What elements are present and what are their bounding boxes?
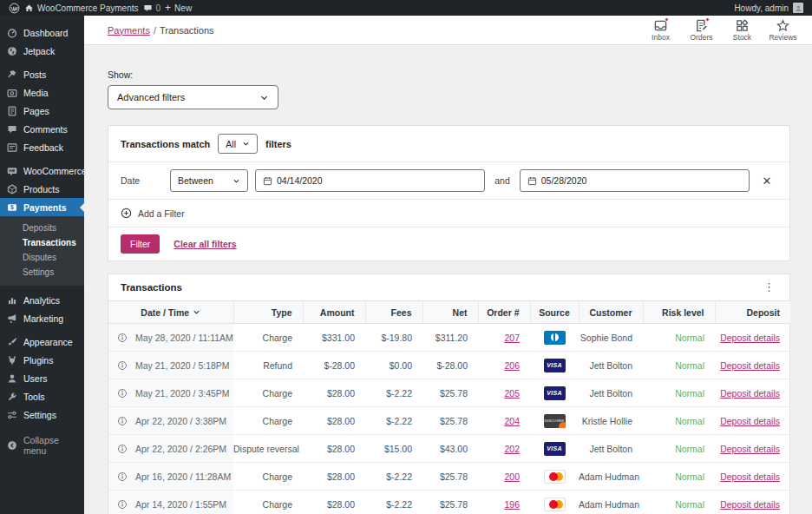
remove-filter-button[interactable]: ✕ <box>756 175 777 187</box>
orders-button[interactable]: Orders <box>681 18 722 42</box>
sidebar-item-woocommerce[interactable]: WooCommerce <box>0 161 84 180</box>
transaction-date: Apr 22, 2020 / 2:26PM <box>135 444 226 454</box>
sidebar-item-label: WooCommerce <box>23 166 87 176</box>
date-filter-row: Date Between and ✕ <box>108 162 789 200</box>
column-header-date-time[interactable]: Date / Time <box>108 301 233 324</box>
column-label: Date / Time <box>141 307 189 318</box>
wordpress-logo-icon[interactable] <box>9 3 20 14</box>
deposit-details-link[interactable]: Deposit details <box>720 388 780 399</box>
date-to-input[interactable] <box>541 175 742 186</box>
sidebar-item-comments[interactable]: Comments <box>0 120 84 138</box>
transaction-date: Apr 14, 2020 / 1:55PM <box>135 499 226 510</box>
sidebar-item-settings[interactable]: Settings <box>0 405 84 424</box>
transaction-amount: $28.00 <box>303 407 365 435</box>
sidebar-item-label: Marketing <box>23 313 63 324</box>
info-icon[interactable] <box>117 333 128 343</box>
inbox-button[interactable]: Inbox <box>640 18 681 42</box>
add-filter-label: Add a Filter <box>138 208 185 219</box>
table-row: Apr 14, 2020 / 1:55PM Charge $28.00 $-2.… <box>108 491 790 514</box>
stock-button[interactable]: Stock <box>722 18 763 42</box>
plug-icon <box>7 355 17 366</box>
table-row: May 28, 2020 / 11:11AM Charge $331.00 $-… <box>108 324 790 352</box>
order-link[interactable]: 205 <box>504 388 520 399</box>
sidebar-item-analytics[interactable]: Analytics <box>0 291 84 309</box>
transaction-amount: $28.00 <box>303 463 365 491</box>
info-icon[interactable] <box>117 444 128 454</box>
show-filter-select[interactable]: Advanced filters <box>108 85 278 109</box>
sidebar-item-pages[interactable]: Pages <box>0 102 84 120</box>
deposit-details-link[interactable]: Deposit details <box>720 333 780 343</box>
risk-level: Normal <box>675 471 704 482</box>
column-header-source: Source <box>530 301 579 324</box>
sidebar-item-tools[interactable]: Tools <box>0 387 84 405</box>
site-menu-item[interactable]: WooCommerce Payments <box>24 3 139 13</box>
sidebar-item-feedback[interactable]: Feedback <box>0 138 84 156</box>
sidebar-item-plugins[interactable]: Plugins <box>0 351 84 369</box>
breadcrumb-separator: / <box>154 25 156 36</box>
sidebar-item-jetpack[interactable]: Jetpack <box>0 42 84 60</box>
submenu-item-disputes[interactable]: Disputes <box>0 250 84 265</box>
breadcrumb-payments-link[interactable]: Payments <box>108 25 150 36</box>
transaction-customer: Jett Bolton <box>579 352 643 379</box>
match-value: All <box>226 139 236 149</box>
match-select[interactable]: All <box>218 134 258 154</box>
table-row: Apr 22, 2020 / 3:38PM Charge $28.00 $-2.… <box>108 407 790 435</box>
sidebar-item-users[interactable]: Users <box>0 369 84 387</box>
transaction-amount: $28.00 <box>303 491 365 514</box>
info-icon[interactable] <box>117 499 128 510</box>
info-icon[interactable] <box>117 360 128 371</box>
deposit-details-link[interactable]: Deposit details <box>720 444 780 454</box>
submenu-item-settings[interactable]: Settings <box>0 265 84 280</box>
order-link[interactable]: 204 <box>504 416 520 426</box>
camera-icon <box>7 88 17 98</box>
sidebar-item-posts[interactable]: Posts <box>0 65 84 83</box>
transaction-amount: $331.00 <box>303 324 365 352</box>
deposit-details-link[interactable]: Deposit details <box>720 360 780 371</box>
submenu-item-deposits[interactable]: Deposits <box>0 221 84 235</box>
add-filter-button[interactable]: Add a Filter <box>108 200 789 227</box>
transaction-fees: $-2.22 <box>365 491 422 514</box>
avatar[interactable] <box>793 3 803 13</box>
sidebar-item-marketing[interactable]: Marketing <box>0 309 84 327</box>
filter-button[interactable]: Filter <box>121 234 160 254</box>
comments-menu-item[interactable]: 0 <box>143 3 161 13</box>
sidebar-item-products[interactable]: Products <box>0 180 84 198</box>
advanced-filters-card: Transactions match All filters Date Betw… <box>108 125 790 261</box>
table-row: Apr 16, 2020 / 11:28AM Charge $28.00 $-2… <box>108 463 790 491</box>
deposit-details-link[interactable]: Deposit details <box>720 499 780 510</box>
sidebar-item-dashboard[interactable]: Dashboard <box>0 23 84 42</box>
sidebar-item-label: Feedback <box>23 142 63 153</box>
sidebar-item-appearance[interactable]: Appearance <box>0 333 84 351</box>
and-label: and <box>492 175 513 186</box>
kebab-menu-icon[interactable]: ⋮ <box>761 283 777 292</box>
order-link[interactable]: 196 <box>504 499 520 510</box>
info-icon[interactable] <box>117 388 128 399</box>
match-prefix: Transactions match <box>121 139 210 149</box>
collapse-menu-button[interactable]: Collapse menu <box>0 436 84 454</box>
risk-level: Normal <box>675 388 704 399</box>
info-icon[interactable] <box>117 471 128 482</box>
info-icon[interactable] <box>117 416 128 426</box>
date-from-input[interactable] <box>277 175 477 186</box>
howdy-label[interactable]: Howdy, admin <box>734 3 789 13</box>
order-link[interactable]: 207 <box>504 333 520 343</box>
breadcrumb: Payments / Transactions <box>108 25 214 36</box>
order-link[interactable]: 206 <box>504 360 520 371</box>
submenu-item-transactions[interactable]: Transactions <box>0 235 84 250</box>
new-menu-item[interactable]: + New <box>165 3 192 13</box>
payments-submenu: Deposits Transactions Disputes Settings <box>0 216 84 286</box>
clear-all-filters-link[interactable]: Clear all filters <box>174 239 236 249</box>
transaction-date: May 21, 2020 / 3:45PM <box>135 388 230 399</box>
transaction-net: $25.78 <box>422 463 478 491</box>
card-brand-icon <box>544 470 566 484</box>
reviews-button[interactable]: Reviews <box>763 18 803 42</box>
deposit-details-link[interactable]: Deposit details <box>720 416 780 426</box>
date-to-field <box>520 169 750 192</box>
order-link[interactable]: 200 <box>504 471 520 482</box>
sidebar-item-payments[interactable]: $ Payments <box>0 198 84 216</box>
date-rule-select[interactable]: Between <box>170 169 248 192</box>
deposit-details-link[interactable]: Deposit details <box>720 471 780 482</box>
column-header-deposit: Deposit <box>715 301 790 324</box>
sidebar-item-media[interactable]: Media <box>0 83 84 102</box>
order-link[interactable]: 202 <box>504 444 520 454</box>
